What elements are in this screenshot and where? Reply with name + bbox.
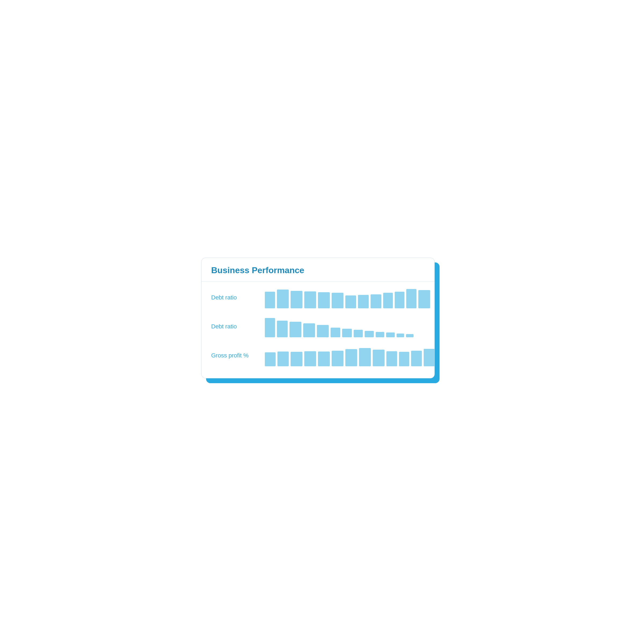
bars-container-gross-profit — [265, 345, 435, 366]
bar-debt-ratio-1-1 — [277, 290, 289, 308]
bar-debt-ratio-2-8 — [365, 331, 374, 337]
bar-debt-ratio-2-6 — [342, 329, 352, 337]
bar-gross-profit-5 — [332, 351, 343, 366]
bars-container-debt-ratio-2 — [265, 316, 425, 337]
bar-debt-ratio-2-7 — [354, 330, 363, 337]
bar-gross-profit-11 — [411, 351, 422, 366]
bar-gross-profit-2 — [291, 352, 302, 366]
bar-gross-profit-10 — [399, 352, 409, 366]
bar-debt-ratio-2-10 — [386, 332, 395, 337]
card-title: Business Performance — [211, 265, 304, 275]
business-performance-card: Business Performance Debt ratioDebt rati… — [201, 258, 435, 378]
bar-debt-ratio-2-1 — [277, 321, 288, 337]
bar-gross-profit-4 — [318, 352, 330, 366]
bar-debt-ratio-1-0 — [265, 292, 275, 308]
bar-debt-ratio-1-3 — [304, 291, 316, 308]
bar-debt-ratio-1-10 — [395, 292, 404, 308]
metric-label-gross-profit: Gross profit % — [211, 352, 265, 359]
bar-gross-profit-6 — [345, 349, 357, 366]
bar-gross-profit-0 — [265, 352, 276, 366]
bar-debt-ratio-2-2 — [290, 322, 301, 337]
bar-debt-ratio-1-4 — [318, 292, 330, 308]
metric-label-debt-ratio-2: Debt ratio — [211, 323, 265, 330]
bar-debt-ratio-1-7 — [358, 295, 369, 308]
bar-debt-ratio-2-11 — [397, 334, 404, 337]
bar-gross-profit-9 — [386, 351, 397, 366]
bar-debt-ratio-1-5 — [332, 293, 343, 308]
metric-row-debt-ratio-1: Debt ratio — [211, 287, 425, 308]
bar-gross-profit-1 — [277, 352, 289, 366]
bar-debt-ratio-1-12 — [418, 290, 430, 308]
bar-debt-ratio-1-11 — [406, 289, 416, 308]
bar-debt-ratio-1-2 — [291, 291, 302, 308]
metric-row-debt-ratio-2: Debt ratio — [211, 316, 425, 337]
bar-debt-ratio-1-9 — [383, 293, 393, 308]
bar-gross-profit-7 — [359, 348, 371, 366]
metric-row-gross-profit: Gross profit % — [211, 345, 425, 366]
bar-gross-profit-3 — [304, 351, 316, 366]
bar-debt-ratio-2-3 — [303, 323, 315, 337]
bar-debt-ratio-2-9 — [376, 332, 384, 337]
metric-label-debt-ratio-1: Debt ratio — [211, 294, 265, 301]
bars-container-debt-ratio-1 — [265, 287, 430, 308]
bar-debt-ratio-1-6 — [345, 295, 356, 308]
card-body: Debt ratioDebt ratioGross profit % — [202, 281, 434, 378]
bar-gross-profit-12 — [424, 349, 435, 366]
bar-debt-ratio-1-8 — [371, 294, 381, 308]
bar-debt-ratio-2-5 — [331, 328, 340, 337]
bar-debt-ratio-2-4 — [317, 325, 329, 337]
bar-debt-ratio-2-0 — [265, 318, 275, 337]
card-header: Business Performance — [202, 258, 434, 281]
scene: Business Performance Debt ratioDebt rati… — [201, 258, 443, 386]
bar-debt-ratio-2-12 — [406, 334, 414, 337]
bar-gross-profit-8 — [373, 350, 385, 366]
